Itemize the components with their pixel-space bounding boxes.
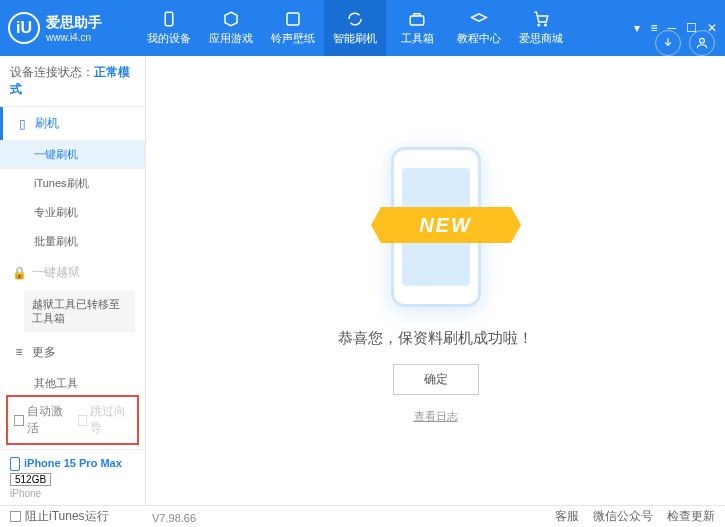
phone-icon — [160, 10, 178, 28]
block-itunes-label: 阻止iTunes运行 — [25, 508, 109, 525]
device-icon — [10, 457, 20, 471]
menu-pro-flash[interactable]: 专业刷机 — [0, 198, 145, 227]
svg-rect-1 — [287, 13, 299, 25]
success-message: 恭喜您，保资料刷机成功啦！ — [338, 329, 533, 348]
svg-rect-0 — [165, 12, 173, 26]
app-url: www.i4.cn — [46, 32, 102, 43]
user-icon[interactable] — [689, 30, 715, 56]
ok-button[interactable]: 确定 — [393, 364, 479, 395]
lock-icon: 🔒 — [12, 266, 26, 280]
nav-my-device[interactable]: 我的设备 — [138, 0, 200, 56]
toolbox-icon — [408, 10, 426, 28]
nav-apps[interactable]: 应用游戏 — [200, 0, 262, 56]
phone-icon: ▯ — [15, 117, 29, 131]
image-icon — [284, 10, 302, 28]
checkbox-block-itunes[interactable] — [10, 511, 21, 522]
nav-toolbox[interactable]: 工具箱 — [386, 0, 448, 56]
group-flash[interactable]: ▯刷机 — [0, 107, 145, 140]
device-name: iPhone 15 Pro Max — [24, 457, 122, 469]
group-more[interactable]: ≡更多 — [0, 336, 145, 369]
logo-area: iU 爱思助手 www.i4.cn — [8, 12, 138, 44]
device-info: iPhone 15 Pro Max 512GB iPhone — [0, 449, 145, 505]
menu-jailbreak-moved[interactable]: 越狱工具已转移至工具箱 — [24, 291, 135, 332]
main-content: NEW 恭喜您，保资料刷机成功啦！ 确定 查看日志 — [146, 56, 725, 505]
menu-batch-flash[interactable]: 批量刷机 — [0, 227, 145, 256]
checkbox-skip-guide[interactable]: 跳过向导 — [78, 403, 132, 437]
svg-point-4 — [545, 24, 547, 26]
footer-wechat[interactable]: 微信公众号 — [593, 508, 653, 525]
connection-status: 设备连接状态：正常模式 — [0, 56, 145, 107]
menu-other-tools[interactable]: 其他工具 — [0, 369, 145, 392]
new-badge: NEW — [381, 207, 511, 243]
sidebar: 设备连接状态：正常模式 ▯刷机 一键刷机 iTunes刷机 专业刷机 批量刷机 … — [0, 56, 146, 505]
menu-one-key-flash[interactable]: 一键刷机 — [0, 140, 145, 169]
graduation-icon — [470, 10, 488, 28]
header: iU 爱思助手 www.i4.cn 我的设备 应用游戏 铃声壁纸 智能刷机 工具… — [0, 0, 725, 56]
menu-icon[interactable]: ▾ — [634, 21, 640, 35]
nav-store[interactable]: 爱思商城 — [510, 0, 572, 56]
logo-icon: iU — [8, 12, 40, 44]
view-log-link[interactable]: 查看日志 — [414, 409, 458, 424]
app-icon — [222, 10, 240, 28]
footer: 阻止iTunes运行 V7.98.66 客服 微信公众号 检查更新 — [0, 505, 725, 527]
list-icon: ≡ — [12, 345, 26, 359]
svg-rect-2 — [410, 16, 424, 25]
menu-itunes-flash[interactable]: iTunes刷机 — [0, 169, 145, 198]
footer-support[interactable]: 客服 — [555, 508, 579, 525]
nav-tutorials[interactable]: 教程中心 — [448, 0, 510, 56]
svg-point-5 — [700, 38, 705, 43]
top-nav: 我的设备 应用游戏 铃声壁纸 智能刷机 工具箱 教程中心 爱思商城 — [138, 0, 624, 56]
download-icon[interactable] — [655, 30, 681, 56]
app-name: 爱思助手 — [46, 14, 102, 32]
device-storage: 512GB — [10, 473, 51, 486]
checkbox-highlight-area: 自动激活 跳过向导 — [6, 395, 139, 445]
svg-point-3 — [538, 24, 540, 26]
success-illustration: NEW — [346, 137, 526, 317]
version-label: V7.98.66 — [152, 512, 196, 524]
device-type: iPhone — [10, 488, 135, 499]
nav-flash[interactable]: 智能刷机 — [324, 0, 386, 56]
refresh-icon — [346, 10, 364, 28]
group-jailbreak[interactable]: 🔒一键越狱 — [0, 256, 145, 289]
nav-ringtones[interactable]: 铃声壁纸 — [262, 0, 324, 56]
footer-update[interactable]: 检查更新 — [667, 508, 715, 525]
cart-icon — [532, 10, 550, 28]
checkbox-auto-activate[interactable]: 自动激活 — [14, 403, 68, 437]
